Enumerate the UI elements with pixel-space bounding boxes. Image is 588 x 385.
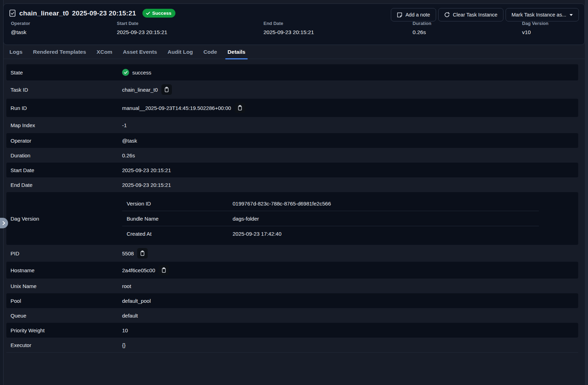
- nested-row-value: 2025-09-23 17:42:40: [233, 231, 281, 237]
- row-label: Dag Version: [6, 216, 122, 222]
- meta-duration-value: 0.26s: [413, 29, 431, 35]
- row-value: default: [122, 313, 138, 319]
- row-label: End Date: [6, 182, 122, 188]
- row-value: -1: [122, 122, 127, 128]
- row-value: 2a4f6ce05c00: [122, 267, 155, 273]
- row-label: Task ID: [6, 87, 122, 93]
- nested-row-created-at: Created At 2025-09-23 17:42:40: [122, 226, 539, 241]
- page-title: chain_linear_t0 2025-09-23 20:15:21: [19, 9, 136, 17]
- copy-task-id-button[interactable]: [161, 84, 172, 95]
- table-row-state: State success: [6, 64, 578, 80]
- nested-row-label: Bundle Name: [122, 216, 233, 222]
- nested-row-value: 0199767d-823c-788c-8765-d6981fe2c566: [233, 201, 331, 207]
- copy-hostname-button[interactable]: [159, 265, 169, 275]
- row-value: manual__2025-09-23T14:45:19.502286+00:00: [122, 105, 231, 111]
- dag-version-nested-table: Version ID 0199767d-823c-788c-8765-d6981…: [122, 196, 539, 241]
- row-value: {}: [122, 342, 126, 348]
- note-icon: [397, 12, 402, 18]
- meta-start-date-value: 2025-09-23 20:15:21: [117, 29, 167, 35]
- tab-code[interactable]: Code: [201, 45, 220, 59]
- task-id-title: chain_linear_t0: [19, 9, 69, 17]
- clear-task-instance-button[interactable]: Clear Task Instance: [438, 8, 503, 21]
- nested-row-label: Version ID: [122, 201, 233, 207]
- tab-details[interactable]: Details: [225, 45, 248, 59]
- task-instance-header-panel: chain_linear_t0 2025-09-23 20:15:21 Succ…: [3, 4, 585, 45]
- row-value: success: [132, 70, 151, 76]
- table-row-priority-weight: Priority Weight 10: [6, 323, 578, 338]
- meta-end-date: End Date 2025-09-23 20:15:21: [263, 21, 314, 35]
- meta-start-date: Start Date 2025-09-23 20:15:21: [117, 21, 167, 35]
- clipboard-icon: [238, 105, 242, 111]
- row-label: Duration: [6, 152, 122, 158]
- table-row-task-id: Task ID chain_linear_t0: [6, 80, 578, 99]
- meta-start-date-label: Start Date: [117, 21, 167, 26]
- meta-dag-version-label: Dag Version: [522, 21, 548, 26]
- table-row-hostname: Hostname 2a4f6ce05c00: [6, 262, 578, 279]
- clipboard-icon: [164, 87, 169, 92]
- row-value: default_pool: [122, 298, 151, 304]
- tab-asset-events[interactable]: Asset Events: [120, 45, 159, 59]
- tab-xcom[interactable]: XCom: [94, 45, 115, 59]
- row-label: Map Index: [6, 122, 122, 128]
- title-row: chain_linear_t0 2025-09-23 20:15:21 Succ…: [9, 9, 175, 18]
- row-value: 2025-09-23 20:15:21: [122, 167, 171, 173]
- row-label: PID: [6, 250, 122, 256]
- row-label: Queue: [6, 313, 122, 319]
- row-value: root: [122, 283, 131, 289]
- nested-row-label: Created At: [122, 231, 233, 237]
- table-row-unix-name: Unix Name root: [6, 279, 578, 293]
- table-row-operator: Operator @task: [6, 133, 578, 148]
- copy-pid-button[interactable]: [137, 248, 148, 259]
- vertical-scrollbar[interactable]: [585, 0, 588, 385]
- header-toolbar: Add a note Clear Task Instance Mark Task…: [391, 8, 579, 21]
- row-value: @task: [122, 138, 137, 144]
- row-label: Pool: [6, 298, 122, 304]
- copy-run-id-button[interactable]: [235, 103, 245, 113]
- tab-rendered-templates[interactable]: Rendered Templates: [31, 45, 88, 59]
- meta-operator-value: @task: [11, 29, 30, 35]
- table-row-pool: Pool default_pool: [6, 293, 578, 308]
- meta-end-date-value: 2025-09-23 20:15:21: [263, 29, 314, 35]
- meta-dag-version-value: v10: [522, 29, 548, 35]
- nested-row-bundle-name: Bundle Name dags-folder: [122, 211, 539, 226]
- table-row-duration: Duration 0.26s: [6, 148, 578, 163]
- task-doc-icon: [9, 9, 16, 17]
- check-icon: [146, 12, 150, 15]
- row-label: Operator: [6, 138, 122, 144]
- tab-logs[interactable]: Logs: [7, 45, 25, 59]
- status-badge: Success: [142, 9, 176, 18]
- row-value: 2025-09-23 20:15:21: [122, 182, 171, 188]
- details-table: State success Task ID chain_linear_t0 Ru…: [6, 64, 578, 353]
- table-row-start-date: Start Date 2025-09-23 20:15:21: [6, 163, 578, 177]
- row-value: chain_linear_t0: [122, 87, 158, 93]
- caret-down-icon: [569, 14, 573, 16]
- run-timestamp-title: 2025-09-23 20:15:21: [72, 9, 136, 17]
- nested-row-value: dags-folder: [233, 216, 259, 222]
- meta-dag-version: Dag Version v10: [522, 21, 548, 35]
- mark-task-instance-as-dropdown[interactable]: Mark Task Instance as...: [506, 8, 579, 21]
- success-state-icon: [122, 69, 129, 76]
- row-label: Hostname: [6, 267, 122, 273]
- nested-row-version-id: Version ID 0199767d-823c-788c-8765-d6981…: [122, 196, 539, 211]
- clipboard-icon: [140, 250, 145, 256]
- table-row-map-index: Map Index -1: [6, 117, 578, 133]
- chevron-right-icon: [2, 221, 6, 225]
- tabbar: Logs Rendered Templates XCom Asset Event…: [3, 45, 585, 59]
- table-row-run-id: Run ID manual__2025-09-23T14:45:19.50228…: [6, 99, 578, 117]
- status-badge-label: Success: [152, 11, 172, 16]
- table-row-queue: Queue default: [6, 308, 578, 323]
- row-value: 10: [122, 327, 128, 333]
- row-label: Executor: [6, 342, 122, 348]
- tab-audit-log[interactable]: Audit Log: [165, 45, 195, 59]
- clear-task-instance-label: Clear Task Instance: [453, 12, 497, 18]
- clipboard-icon: [161, 267, 166, 273]
- row-label: Start Date: [6, 167, 122, 173]
- mark-task-instance-as-label: Mark Task Instance as...: [512, 12, 566, 18]
- meta-operator-label: Operator: [11, 21, 30, 26]
- meta-duration-label: Duration: [413, 21, 431, 26]
- table-row-end-date: End Date 2025-09-23 20:15:21: [6, 177, 578, 192]
- table-row-dag-version: Dag Version Version ID 0199767d-823c-788…: [6, 192, 578, 245]
- add-note-button[interactable]: Add a note: [391, 8, 436, 21]
- table-row-pid: PID 5508: [6, 245, 578, 262]
- row-value: 5508: [122, 250, 134, 256]
